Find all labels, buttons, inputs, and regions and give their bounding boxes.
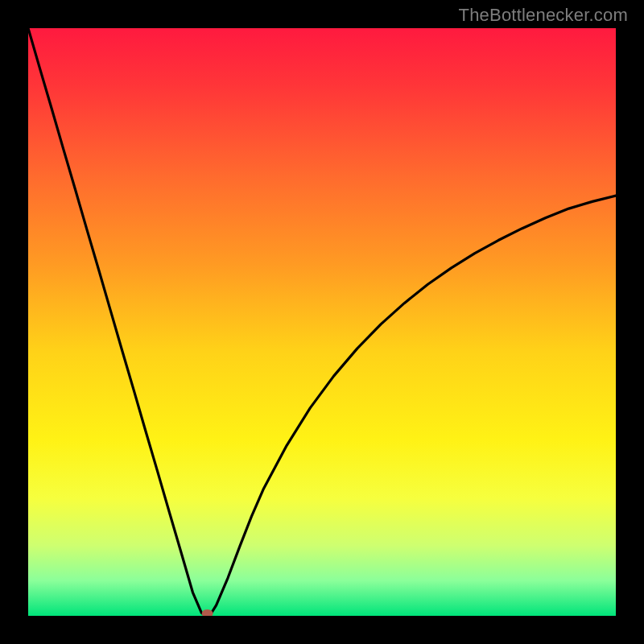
chart-plot [28,28,616,616]
chart-background [28,28,616,616]
chart-frame: TheBottlenecker.com [0,0,644,644]
watermark-text: TheBottlenecker.com [459,5,628,26]
